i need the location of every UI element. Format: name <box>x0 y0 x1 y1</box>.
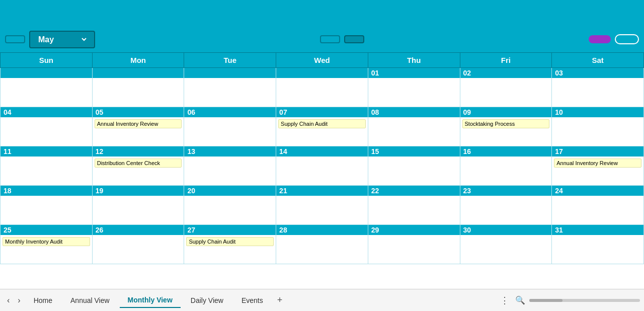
day-number: 18 <box>1 186 92 196</box>
day-cell-0-2[interactable] <box>184 68 276 107</box>
day-number: 11 <box>1 146 92 157</box>
day-events <box>93 235 184 261</box>
week-row-3: 18192021222324 <box>1 186 644 225</box>
day-cell-3-5[interactable]: 23 <box>460 186 552 225</box>
app-header <box>0 0 644 26</box>
day-cell-3-6[interactable]: 24 <box>552 186 644 225</box>
year-value <box>344 35 364 43</box>
day-cell-4-5[interactable]: 30 <box>460 225 552 264</box>
day-cell-4-3[interactable]: 28 <box>276 225 368 264</box>
day-events: Monthly Inventory Audit <box>1 235 92 261</box>
zoom-bar <box>529 299 640 302</box>
day-number: 24 <box>552 186 643 196</box>
event-pill[interactable]: Distribution Center Check <box>95 159 182 168</box>
day-events <box>552 235 643 261</box>
tab-events[interactable]: Events <box>233 293 271 307</box>
day-number: 17 <box>552 146 643 157</box>
event-pill[interactable]: Annual Inventory Review <box>95 119 182 128</box>
day-cell-2-4[interactable]: 15 <box>368 146 460 186</box>
day-cell-1-4[interactable]: 08 <box>368 107 460 146</box>
day-cell-0-4[interactable]: 01 <box>368 68 460 107</box>
day-events <box>460 235 552 261</box>
day-cell-4-1[interactable]: 26 <box>92 225 184 264</box>
tab-home[interactable]: Home <box>26 293 60 307</box>
tab-bar: ‹ › Home Annual View Monthly View Daily … <box>0 289 644 311</box>
day-events <box>552 117 643 143</box>
event-pill[interactable]: Monthly Inventory Audit <box>3 237 90 246</box>
day-cell-3-0[interactable]: 18 <box>1 186 93 225</box>
day-events: Supply Chain Audit <box>276 117 368 143</box>
day-cell-0-6[interactable]: 03 <box>552 68 644 107</box>
tab-more-button[interactable]: ⋮ <box>496 293 513 308</box>
weekday-thu: Thu <box>368 53 460 68</box>
day-events <box>1 117 92 143</box>
day-cell-1-1[interactable]: 05Annual Inventory Review <box>92 107 184 146</box>
day-number: 10 <box>552 107 643 117</box>
day-number: 30 <box>460 225 552 235</box>
day-cell-1-3[interactable]: 07Supply Chain Audit <box>276 107 368 146</box>
day-events <box>276 235 368 261</box>
tab-next-button[interactable]: › <box>15 294 23 307</box>
day-cell-2-5[interactable]: 16 <box>460 146 552 186</box>
day-events: Distribution Center Check <box>93 157 184 183</box>
day-cell-1-0[interactable]: 04 <box>1 107 93 146</box>
tab-add-button[interactable]: + <box>273 293 287 307</box>
day-number: 01 <box>368 68 460 78</box>
day-cell-4-4[interactable]: 29 <box>368 225 460 264</box>
toolbar: January February March April May June Ju… <box>0 26 644 52</box>
day-cell-4-2[interactable]: 27Supply Chain Audit <box>184 225 276 264</box>
event-pill[interactable]: Supply Chain Audit <box>186 237 274 246</box>
day-number: 22 <box>368 186 460 196</box>
day-cell-3-4[interactable]: 22 <box>368 186 460 225</box>
day-events <box>368 78 460 104</box>
day-number <box>93 68 184 78</box>
add-new-button[interactable] <box>589 35 611 43</box>
day-number: 26 <box>93 225 184 235</box>
day-number: 19 <box>93 186 184 196</box>
day-cell-0-5[interactable]: 02 <box>460 68 552 107</box>
day-events <box>1 196 92 222</box>
day-events <box>93 196 184 222</box>
day-number <box>276 68 368 78</box>
day-number: 27 <box>184 225 276 235</box>
weekday-mon: Mon <box>92 53 184 68</box>
month-dropdown[interactable]: January February March April May June Ju… <box>36 35 88 44</box>
day-cell-2-0[interactable]: 11 <box>1 146 93 186</box>
day-cell-1-6[interactable]: 10 <box>552 107 644 146</box>
week-row-2: 1112Distribution Center Check1314151617A… <box>1 146 644 186</box>
event-pill[interactable]: Supply Chain Audit <box>278 119 366 128</box>
day-cell-1-2[interactable]: 06 <box>184 107 276 146</box>
day-events: Supply Chain Audit <box>184 235 276 261</box>
day-cell-2-6[interactable]: 17Annual Inventory Review <box>552 146 644 186</box>
day-events <box>368 235 460 261</box>
day-cell-0-0[interactable] <box>1 68 93 107</box>
weekday-sat: Sat <box>552 53 644 68</box>
calendar-wrapper: Sun Mon Tue Wed Thu Fri Sat 0102030405An… <box>0 52 644 289</box>
day-cell-4-0[interactable]: 25Monthly Inventory Audit <box>1 225 93 264</box>
weekday-sun: Sun <box>1 53 93 68</box>
tab-annual-view[interactable]: Annual View <box>62 293 118 307</box>
day-cell-2-2[interactable]: 13 <box>184 146 276 186</box>
day-cell-0-3[interactable] <box>276 68 368 107</box>
day-number: 16 <box>460 146 552 157</box>
tab-monthly-view[interactable]: Monthly View <box>120 293 181 308</box>
day-cell-0-1[interactable] <box>92 68 184 107</box>
day-events <box>184 196 276 222</box>
event-pill[interactable]: Stocktaking Process <box>462 119 550 128</box>
day-cell-3-1[interactable]: 19 <box>92 186 184 225</box>
tab-prev-button[interactable]: ‹ <box>4 294 13 307</box>
day-cell-3-3[interactable]: 21 <box>276 186 368 225</box>
weekday-header-row: Sun Mon Tue Wed Thu Fri Sat <box>1 53 644 68</box>
day-cell-2-3[interactable]: 14 <box>276 146 368 186</box>
day-number: 02 <box>460 68 552 78</box>
day-cell-4-6[interactable]: 31 <box>552 225 644 264</box>
day-number: 06 <box>184 107 276 117</box>
day-number <box>1 68 92 78</box>
event-pill[interactable]: Annual Inventory Review <box>554 159 641 168</box>
day-cell-2-1[interactable]: 12Distribution Center Check <box>92 146 184 186</box>
day-cell-3-2[interactable]: 20 <box>184 186 276 225</box>
day-cell-1-5[interactable]: 09Stocktaking Process <box>460 107 552 146</box>
month-selector[interactable]: January February March April May June Ju… <box>29 31 95 48</box>
show-events-button[interactable] <box>615 34 639 44</box>
tab-daily-view[interactable]: Daily View <box>183 293 231 307</box>
